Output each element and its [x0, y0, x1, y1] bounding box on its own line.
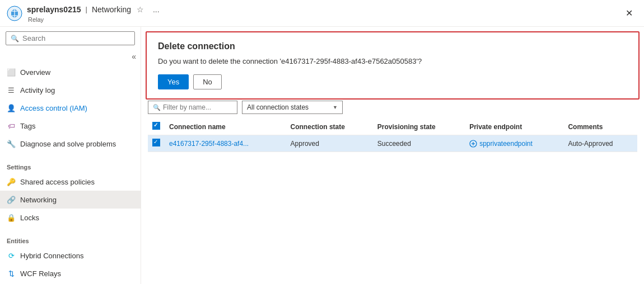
section-label-entities: Entities — [0, 231, 141, 247]
header-connection-name: Connection name — [165, 119, 286, 135]
shared-icon: 🔑 — [7, 177, 16, 186]
sidebar-label-hybrid-connections: Hybrid Connections — [20, 252, 83, 260]
app-subtitle: Relay — [28, 16, 162, 23]
sidebar-label-locks: Locks — [20, 214, 39, 222]
row-checkbox-cell — [148, 135, 165, 152]
title-bar: sprelayns0215 | Networking ☆ ... Relay ✕ — [0, 0, 644, 27]
close-button[interactable]: ✕ — [621, 6, 637, 21]
section-label-settings: Settings — [0, 157, 141, 173]
endpoint-icon — [469, 140, 477, 148]
search-icon: 🔍 — [11, 35, 19, 42]
sidebar-item-locks[interactable]: 🔒 Locks — [0, 209, 141, 226]
row-private-endpoint: spprivateendpoint — [465, 135, 563, 152]
table-filters: 🔍 All connection states ▼ — [148, 101, 637, 114]
delete-dialog-title: Delete connection — [158, 41, 627, 51]
state-filter-dropdown[interactable]: All connection states ▼ — [242, 101, 343, 114]
hybrid-icon: ⟳ — [7, 251, 16, 260]
sidebar-label-iam: Access control (IAM) — [20, 104, 87, 112]
sidebar-label-overview: Overview — [20, 68, 50, 77]
no-button[interactable]: No — [193, 74, 222, 89]
section-title: Networking — [92, 5, 131, 14]
search-box[interactable]: 🔍 — [6, 31, 135, 45]
tags-icon: 🏷 — [7, 121, 16, 130]
delete-dialog-actions: Yes No — [158, 74, 627, 89]
filter-name-input[interactable] — [163, 103, 236, 111]
title-actions: ☆ ... — [134, 4, 162, 15]
delete-dialog: Delete connection Do you want to delete … — [146, 31, 640, 100]
header-checkbox[interactable] — [152, 122, 160, 130]
networking-icon: 🔗 — [7, 195, 16, 204]
content-area: Delete connection Do you want to delete … — [141, 27, 644, 284]
search-input[interactable] — [22, 34, 130, 42]
table-row: e4167317-295f-4883-af4... Approved Succe… — [148, 135, 637, 152]
activity-icon: ☰ — [7, 86, 16, 94]
filter-icon: 🔍 — [153, 104, 161, 111]
row-provisioning-state: Succeeded — [373, 135, 465, 152]
sidebar: 🔍 « ⬜ Overview ☰ Activity log 👤 Access c… — [0, 27, 141, 284]
iam-icon: 👤 — [7, 103, 16, 112]
header-comments: Comments — [563, 119, 637, 135]
sidebar-label-tags: Tags — [20, 122, 35, 130]
header-provisioning-state: Provisioning state — [373, 119, 465, 135]
wcf-icon: ⇅ — [7, 269, 16, 278]
filter-input-container[interactable]: 🔍 — [148, 101, 237, 114]
favorite-button[interactable]: ☆ — [134, 4, 146, 15]
sidebar-item-hybrid-connections[interactable]: ⟳ Hybrid Connections — [0, 247, 141, 264]
table-area: 🔍 All connection states ▼ — [141, 94, 644, 152]
header-private-endpoint: Private endpoint — [465, 119, 563, 135]
sidebar-item-shared-access[interactable]: 🔑 Shared access policies — [0, 173, 141, 191]
sidebar-item-diagnose[interactable]: 🔧 Diagnose and solve problems — [0, 135, 141, 153]
sidebar-label-wcf-relays: WCF Relays — [20, 269, 61, 278]
table-header-row: Connection name Connection state Provisi… — [148, 119, 637, 135]
row-connection-name: e4167317-295f-4883-af4... — [165, 135, 286, 152]
sidebar-label-networking: Networking — [20, 196, 57, 204]
dropdown-icon: ▼ — [333, 105, 338, 110]
yes-button[interactable]: Yes — [158, 74, 189, 89]
main-layout: 🔍 « ⬜ Overview ☰ Activity log 👤 Access c… — [0, 27, 644, 284]
header-checkbox-cell — [148, 119, 165, 135]
private-endpoint-link[interactable]: spprivateendpoint — [469, 140, 559, 148]
sidebar-item-networking[interactable]: 🔗 Networking — [0, 191, 141, 209]
connection-name-link[interactable]: e4167317-295f-4883-af4... — [169, 140, 249, 148]
sidebar-label-shared-access: Shared access policies — [20, 178, 95, 186]
sidebar-item-wcf-relays[interactable]: ⇅ WCF Relays — [0, 264, 141, 282]
app-container: sprelayns0215 | Networking ☆ ... Relay ✕… — [0, 0, 644, 284]
row-checkbox[interactable] — [152, 139, 160, 146]
sidebar-collapse-button[interactable]: « — [129, 50, 138, 63]
private-endpoint-name: spprivateendpoint — [479, 140, 533, 148]
overview-icon: ⬜ — [7, 68, 16, 77]
state-filter-label: All connection states — [247, 103, 309, 111]
delete-dialog-body: Do you want to delete the connection 'e4… — [158, 57, 627, 65]
diagnose-icon: 🔧 — [7, 139, 16, 148]
connections-table: Connection name Connection state Provisi… — [148, 119, 637, 152]
title-bar-left: sprelayns0215 | Networking ☆ ... Relay — [27, 4, 162, 23]
more-button[interactable]: ... — [151, 4, 162, 15]
sidebar-search-container: 🔍 — [0, 27, 141, 50]
sidebar-item-overview[interactable]: ⬜ Overview — [0, 63, 141, 81]
sidebar-item-activity-log[interactable]: ☰ Activity log — [0, 81, 141, 99]
row-comments: Auto-Approved — [563, 135, 637, 152]
app-name: sprelayns0215 — [27, 5, 81, 14]
title-pipe: | — [86, 5, 87, 13]
sidebar-label-diagnose: Diagnose and solve problems — [20, 140, 116, 148]
sidebar-item-tags[interactable]: 🏷 Tags — [0, 117, 141, 135]
app-icon — [7, 6, 22, 21]
header-connection-state: Connection state — [286, 119, 373, 135]
row-connection-state: Approved — [286, 135, 373, 152]
sidebar-item-iam[interactable]: 👤 Access control (IAM) — [0, 99, 141, 117]
locks-icon: 🔒 — [7, 213, 16, 222]
sidebar-label-activity-log: Activity log — [20, 86, 55, 94]
